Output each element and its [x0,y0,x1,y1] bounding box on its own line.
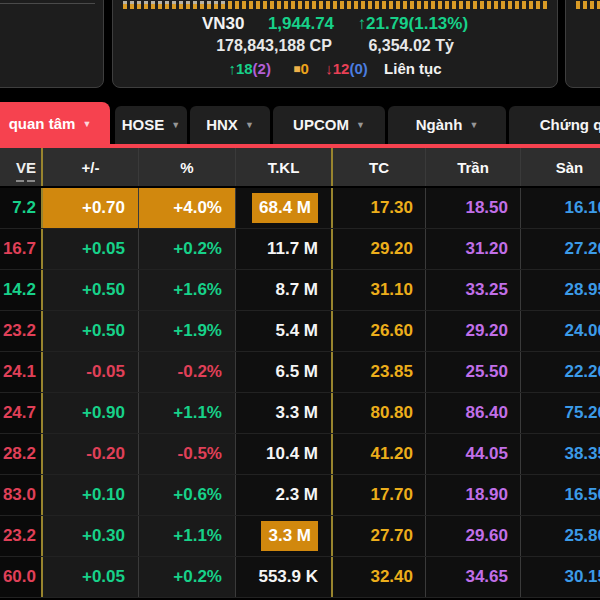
percent-cell: +4.0% [138,188,235,228]
chevron-down-icon: ▼ [356,120,365,130]
price-cell: 28.2 [0,434,41,474]
chevron-down-icon: ▼ [82,119,91,129]
tc-cell: 29.20 [331,229,425,269]
price-cell: 7.2 [0,188,41,228]
chevron-down-icon: ▼ [171,120,180,130]
san-cell: 30.15 [520,557,600,597]
price-table: VE +/- % T.KL TC Trần Sàn 7.2+0.70+4.0%6… [0,148,600,598]
volume-flash-highlight: 68.4 M [252,193,318,223]
price-cell: 23.2 [0,516,41,556]
san-cell: 38.35 [520,434,600,474]
price-cell: 23.2 [0,311,41,351]
change-cell: +0.50 [41,270,138,310]
volume-cell: 11.7 M [235,229,331,269]
index-change: 21.79(1.13%) [366,14,468,33]
unchanged-count: 0 [301,60,309,77]
table-row[interactable]: 24.1-0.05-0.2%6.5 M23.8525.5022.20 [0,352,600,393]
trading-board-screen: ỷ ục VN30 1,944.74 ↑21.79(1.13%) 178,843… [0,0,600,600]
table-row[interactable]: 83.0+0.10+0.6%2.3 M17.7018.9016.50 [0,475,600,516]
san-cell: 22.20 [520,352,600,392]
san-cell: 27.20 [520,229,600,269]
tab-nganh[interactable]: Ngành▼ [388,106,506,144]
table-row[interactable]: 24.7+0.90+1.1%3.3 M80.8086.4075.20 [0,393,600,434]
tc-cell: 32.40 [331,557,425,597]
column-header-price[interactable]: VE [0,148,41,186]
chevron-down-icon: ▼ [469,120,478,130]
volume-cell: 68.4 M [235,188,331,228]
tab-hose[interactable]: HOSE▼ [115,106,187,144]
san-cell: 28.95 [520,270,600,310]
price-cell: 14.2 [0,270,41,310]
up-arrow-icon: ↑ [358,14,367,33]
column-header-volume[interactable]: T.KL [235,148,331,186]
volume-line: 178,843,188 CP 6,354.02 Tỷ [113,37,557,55]
percent-cell: +1.9% [138,311,235,351]
tc-cell: 41.20 [331,434,425,474]
tab-chung-quyen[interactable]: Chứng q▼ [509,106,600,144]
percent-cell: +1.1% [138,393,235,433]
tc-cell: 26.60 [331,311,425,351]
unchanged-square-icon: ■ [293,62,300,76]
vn30-index-panel[interactable]: VN30 1,944.74 ↑21.79(1.13%) 178,843,188 … [112,0,558,88]
table-header-row: VE +/- % T.KL TC Trần Sàn [0,148,600,188]
tran-cell: 25.50 [425,352,520,392]
change-cell: +0.90 [41,393,138,433]
table-row[interactable]: 28.2-0.20-0.5%10.4 M41.2044.0538.35 [0,434,600,475]
change-cell: +0.30 [41,516,138,556]
percent-cell: +0.6% [138,475,235,515]
index-panel-right[interactable] [565,0,600,88]
tran-cell: 18.50 [425,188,520,228]
table-row[interactable]: 14.2+0.50+1.6%8.7 M31.1033.2528.95 [0,270,600,311]
table-row[interactable]: 7.2+0.70+4.0%68.4 M17.3018.5016.10 [0,188,600,229]
volume-cell: 2.3 M [235,475,331,515]
price-cell: 16.7 [0,229,41,269]
change-cell: +0.05 [41,229,138,269]
index-panel-left[interactable]: ỷ ục [0,0,104,88]
volume-cell: 8.7 M [235,270,331,310]
volume-flash-highlight: 3.3 M [261,521,318,551]
percent-cell: -0.5% [138,434,235,474]
column-header-change[interactable]: +/- [41,148,138,186]
price-cell: 83.0 [0,475,41,515]
san-cell: 24.00 [520,311,600,351]
tab-watchlist[interactable]: quan tâm▼ [0,102,110,144]
tran-cell: 34.65 [425,557,520,597]
table-row[interactable]: 60.0+0.05+0.2%553.9 K32.4034.6530.15 [0,557,600,598]
san-cell: 16.50 [520,475,600,515]
change-cell: +0.05 [41,557,138,597]
tab-upcom[interactable]: UPCOM▼ [273,106,385,144]
down-arrow-icon: ↓ [325,60,333,77]
column-header-percent[interactable]: % [138,148,235,186]
table-row[interactable]: 23.2+0.30+1.1%3.3 M27.7029.6025.80 [0,516,600,557]
volume-minichart-caps [123,1,227,4]
tran-cell: 33.25 [425,270,520,310]
chevron-down-icon: ▼ [245,120,254,130]
san-cell: 75.20 [520,393,600,433]
tc-cell: 23.85 [331,352,425,392]
table-row[interactable]: 16.7+0.05+0.2%11.7 M29.2031.2027.20 [0,229,600,270]
volume-cell: 10.4 M [235,434,331,474]
total-volume: 178,843,188 [216,37,305,54]
index-value: 1,944.74 [268,14,334,33]
volume-unit: CP [310,37,332,54]
volume-cell: 3.3 M [235,393,331,433]
column-header-tran[interactable]: Trần [425,148,520,186]
total-turnover: 6,354.02 [368,37,430,54]
market-tabbar: quan tâm▼ HOSE▼ HNX▼ UPCOM▼ Ngành▼ Chứng… [0,100,600,148]
san-cell: 25.80 [520,516,600,556]
percent-cell: +0.2% [138,557,235,597]
table-row[interactable]: 23.2+0.50+1.9%5.4 M26.6029.2024.00 [0,311,600,352]
tab-hnx[interactable]: HNX▼ [190,106,270,144]
tc-cell: 31.10 [331,270,425,310]
index-summary-line: VN30 1,944.74 ↑21.79(1.13%) [113,14,557,34]
price-cell: 24.7 [0,393,41,433]
breadth-line: ↑18(2) ■0 ↓12(0) Liên tục [113,60,557,77]
tran-cell: 44.05 [425,434,520,474]
tc-cell: 80.80 [331,393,425,433]
column-header-san[interactable]: Sàn [520,148,600,186]
change-cell: -0.05 [41,352,138,392]
change-cell: -0.20 [41,434,138,474]
decliners-count: 12 [333,60,350,77]
advancers-count: 18 [236,60,253,77]
column-header-tc[interactable]: TC [331,148,425,186]
